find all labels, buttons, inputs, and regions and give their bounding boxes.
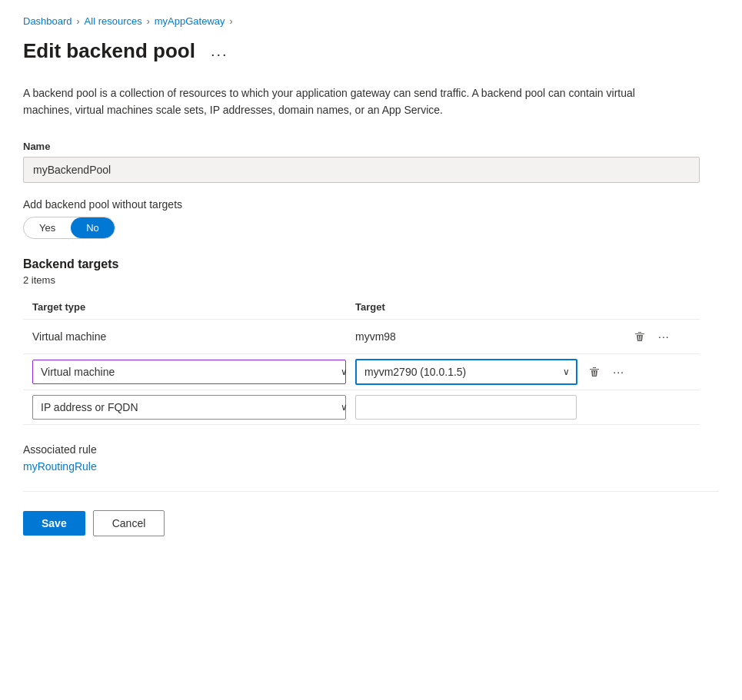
row3-target-type-wrapper: IP address or FQDN Virtual machine ∨ [32,395,355,420]
dropdown-row-1: Virtual machine IP address or FQDN ∨ myv… [23,354,700,390]
table-header: Target type Target [23,295,700,320]
associated-rule-section: Associated rule myRoutingRule [23,443,719,473]
toggle-label: Add backend pool without targets [23,198,719,211]
row1-delete-button[interactable] [629,327,650,346]
trash-icon [634,330,646,343]
associated-rule-label: Associated rule [23,443,719,456]
row2-delete-button[interactable] [584,363,605,381]
cancel-button[interactable]: Cancel [93,510,165,536]
row3-target-type-select[interactable]: IP address or FQDN Virtual machine [32,395,346,420]
name-field-group: Name [23,141,719,183]
breadcrumb-dashboard[interactable]: Dashboard [23,15,72,27]
row1-more-button[interactable]: ··· [654,327,674,346]
row2-more-button[interactable]: ··· [608,363,629,381]
toggle-control: Yes No [23,217,115,239]
col-target-type: Target type [32,301,355,313]
breadcrumb: Dashboard › All resources › myAppGateway… [23,15,719,27]
row1-target-type: Virtual machine [32,330,355,343]
col-actions [629,301,690,313]
row3-target-input[interactable] [355,395,577,420]
breadcrumb-all-resources[interactable]: All resources [85,15,142,27]
row2-target-type-select[interactable]: Virtual machine IP address or FQDN [32,360,346,384]
row2-actions: ··· [584,363,629,381]
toggle-no-button[interactable]: No [71,217,115,238]
page-title: Edit backend pool [23,39,195,63]
footer-actions: Save Cancel [23,504,719,536]
footer-divider [23,491,719,492]
breadcrumb-sep-3: › [230,16,233,27]
breadcrumb-sep-1: › [77,16,80,27]
page-description: A backend pool is a collection of resour… [23,85,654,119]
trash-icon-2 [588,366,601,378]
name-input[interactable] [23,157,700,183]
dropdown-row-2: IP address or FQDN Virtual machine ∨ [23,390,700,425]
col-target: Target [355,301,629,313]
page-header: Edit backend pool ... [23,39,719,63]
backend-targets-section: Backend targets 2 items Target type Targ… [23,257,700,425]
table-row: Virtual machine myvm98 ··· [23,320,700,354]
routing-rule-link[interactable]: myRoutingRule [23,460,97,473]
row2-target-type-wrapper: Virtual machine IP address or FQDN ∨ [32,360,355,384]
row2-target-wrapper: myvm2790 (10.0.1.5) myvm98 ∨ [355,359,577,385]
row1-target: myvm98 [355,330,629,343]
breadcrumb-app-gateway[interactable]: myAppGateway [155,15,225,27]
breadcrumb-sep-2: › [147,16,150,27]
row2-target-select[interactable]: myvm2790 (10.0.1.5) myvm98 [355,359,577,385]
more-options-button[interactable]: ... [205,39,235,63]
save-button[interactable]: Save [23,511,85,536]
items-count: 2 items [23,274,700,286]
row1-actions: ··· [629,327,690,346]
backend-targets-title: Backend targets [23,257,700,271]
name-label: Name [23,141,719,152]
toggle-yes-button[interactable]: Yes [24,217,71,238]
toggle-section: Add backend pool without targets Yes No [23,198,719,239]
